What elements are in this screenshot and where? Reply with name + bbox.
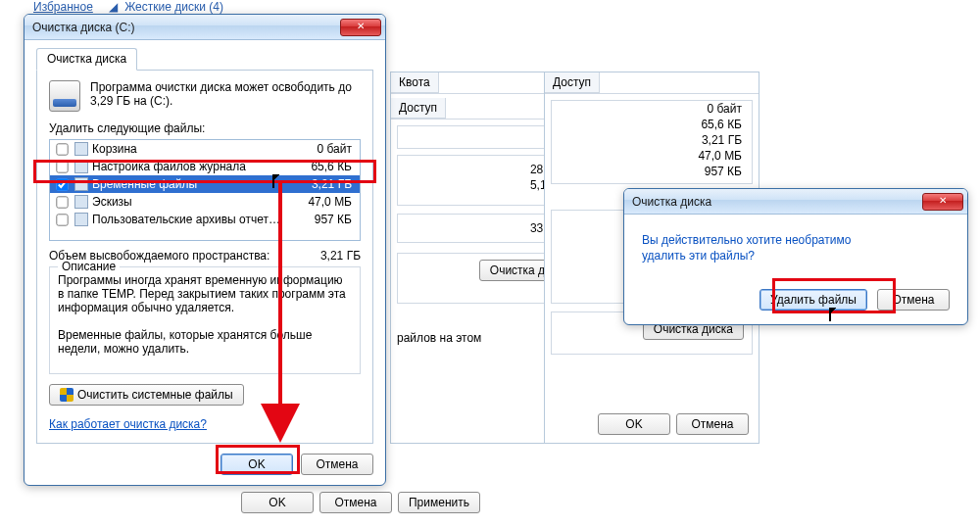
dialog-title: Очистка диска (C:) [32,21,135,34]
r-val-1: 65,6 КБ [552,117,752,132]
file-checkbox[interactable] [56,178,68,190]
col-access: Доступ [391,98,446,119]
delete-files-button[interactable]: Удалить файлы [760,289,867,311]
shield-icon [60,388,74,402]
confirm-cancel-button[interactable]: Отмена [877,289,950,311]
description-legend: Описание [58,260,120,273]
file-name: Корзина [92,142,285,156]
file-name: Временные файлы [92,177,285,191]
total-value: 3,21 ГБ [320,249,361,263]
r-ok-button[interactable]: OK [598,413,670,435]
file-row[interactable]: Настройка файлов журнала65,6 КБ [50,158,360,175]
cancel-button[interactable]: Отмена [301,454,373,475]
how-it-works-link[interactable]: Как работает очистка диска? [49,417,207,431]
file-type-icon [74,195,88,209]
file-checkbox[interactable] [56,214,68,225]
file-row[interactable]: Пользовательские архивы отчетов …957 КБ [50,211,360,228]
r-val-4: 957 КБ [552,164,752,179]
file-size: 65,6 КБ [285,160,354,173]
file-size: 0 байт [285,142,354,156]
bg-ok-button[interactable]: OK [241,492,314,513]
file-size: 3,21 ГБ [285,177,354,191]
file-size: 957 КБ [285,213,354,226]
col-access-2: Доступ [545,72,600,93]
file-row[interactable]: Эскизы47,0 МБ [50,193,360,211]
r-val-0: 0 байт [552,101,752,117]
r-cancel-button[interactable]: Отмена [676,413,749,435]
close-button[interactable]: ✕ [340,19,381,36]
disk-cleanup-dialog: Очистка диска (C:) ✕ Очистка диска Прогр… [24,14,386,486]
bg-apply-button[interactable]: Применить [398,492,480,513]
file-checkbox[interactable] [56,196,68,208]
description-text: Программы иногда хранят временную информ… [58,273,352,363]
file-row[interactable]: Корзина0 байт [50,140,360,158]
file-checkbox[interactable] [56,161,68,172]
intro-text: Программа очистки диска может освободить… [90,80,361,112]
confirm-message-line1: Вы действительно хотите необратимо [642,232,950,248]
file-type-icon [74,160,88,173]
drive-icon [49,80,80,112]
favorites-label: Избранное [33,0,93,14]
file-checkbox[interactable] [56,143,68,155]
confirm-dialog: Очистка диска ✕ Вы действительно хотите … [623,188,968,325]
r-val-2: 3,21 ГБ [552,132,752,148]
file-size: 47,0 МБ [285,195,354,209]
file-type-icon [74,213,88,226]
ok-button[interactable]: OK [220,454,293,475]
confirm-close-button[interactable]: ✕ [922,193,963,211]
confirm-title: Очистка диска [632,195,711,209]
hdd-group-label: Жесткие диски (4) [124,0,223,14]
file-row[interactable]: Временные файлы3,21 ГБ [50,175,360,193]
clean-system-files-button[interactable]: Очистить системные файлы [49,384,244,406]
file-name: Пользовательские архивы отчетов … [92,213,285,226]
file-type-icon [74,142,88,156]
bg-cancel-button[interactable]: Отмена [319,492,392,513]
file-name: Эскизы [92,195,285,209]
tab-disk-cleanup[interactable]: Очистка диска [36,48,137,71]
files-listbox[interactable]: Корзина0 байтНастройка файлов журнала65,… [49,139,361,241]
files-label: Удалить следующие файлы: [49,121,361,135]
confirm-message-line2: удалить эти файлы? [642,248,950,264]
bg-window-middle-buttons: OK Отмена Применить [172,488,486,521]
file-name: Настройка файлов журнала [92,160,285,173]
col-quota: Квота [391,72,439,93]
r-val-3: 47,0 МБ [552,148,752,164]
file-type-icon [74,177,88,191]
